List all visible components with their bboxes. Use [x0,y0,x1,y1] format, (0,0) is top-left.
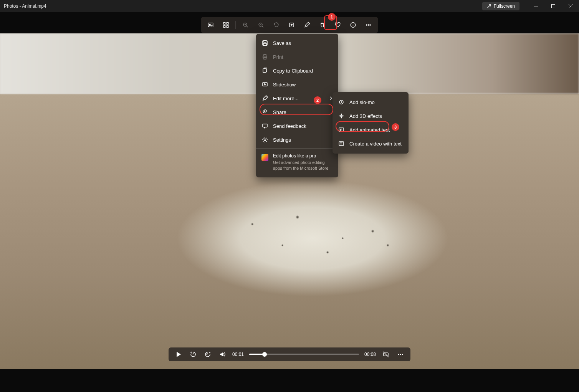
more-icon [365,22,372,28]
skip-fwd-label: 30 [205,353,208,356]
draw-button[interactable] [300,18,314,31]
view-photo-button[interactable] [203,18,218,31]
more-button[interactable] [361,18,376,31]
image-icon [207,22,214,28]
annotation-badge-3: 3 [392,123,399,131]
close-icon [569,4,572,8]
svg-point-30 [402,354,403,355]
svg-rect-19 [264,58,266,59]
svg-rect-26 [339,142,344,146]
volume-button[interactable] [218,350,227,359]
gear-icon [261,136,268,143]
svg-rect-3 [223,23,225,25]
copy-icon [261,67,268,74]
annotation-badge-2: 2 [314,96,321,104]
menu-copy[interactable]: Copy to Clipboard [256,64,338,78]
info-button[interactable] [346,18,361,31]
menu-label: Send feedback [273,123,306,129]
zoom-out-icon [258,22,265,28]
fullscreen-button[interactable]: Fullscreen [482,2,519,10]
svg-rect-0 [551,5,555,8]
video-text-icon [338,140,345,147]
export-icon [288,22,295,28]
submenu-video-text[interactable]: Create a video with text [333,137,409,151]
top-toolbar [201,17,378,33]
menu-label: Slideshow [273,82,296,88]
zoom-in-button[interactable] [238,18,253,31]
heart-icon [334,22,341,28]
submenu-slomo[interactable]: Add slo-mo [333,95,409,109]
skip-fwd-button[interactable]: 30 [203,350,212,359]
menu-edit-more[interactable]: Edit more... [256,91,338,105]
slomo-icon [338,99,345,106]
promo-subtitle: Get advanced photo editing apps from the… [273,160,333,171]
edit-icon [261,95,268,102]
loop-button[interactable] [381,350,390,359]
edit-submenu: Add slo-mo Add 3D effects Add animated t… [333,92,409,154]
svg-rect-18 [264,55,266,56]
rotate-icon [273,22,280,28]
video-controls: 10 30 00:01 00:08 [169,347,410,361]
menu-settings[interactable]: Settings [256,133,338,147]
progress-thumb[interactable] [262,352,267,357]
svg-point-13 [370,25,371,25]
info-icon [350,22,357,28]
fullscreen-label: Fullscreen [494,3,515,9]
menu-label: Add 3D effects [349,113,382,119]
menu-save-as[interactable]: Save as [256,36,338,50]
svg-rect-4 [227,23,228,25]
trash-icon [319,22,326,28]
submenu-3d-effects[interactable]: Add 3D effects [333,109,409,123]
svg-point-23 [264,139,266,141]
context-menu: Save as Print Copy to Clipboard Slidesho… [256,34,338,177]
menu-label: Copy to Clipboard [273,68,313,74]
svg-rect-5 [223,26,225,28]
filmstrip-button[interactable] [219,18,233,31]
delete-button[interactable] [315,18,330,31]
menu-label: Add animated text [349,127,390,133]
zoom-in-icon [242,22,249,28]
progress-bar[interactable] [249,354,359,355]
text-anim-icon [338,126,345,133]
minimize-icon [534,4,538,8]
promo-title: Edit photos like a pro [273,153,333,159]
menu-label: Settings [273,137,291,143]
titlebar: Photos - Animal.mp4 Fullscreen [0,0,579,12]
svg-point-12 [368,25,369,25]
save-icon [261,40,268,46]
svg-rect-6 [227,26,228,28]
feedback-icon [261,122,268,129]
svg-rect-16 [263,43,266,45]
close-button[interactable] [562,0,579,12]
minimize-button[interactable] [527,0,544,12]
fullscreen-icon [487,4,491,8]
share-icon [261,109,268,116]
menu-slideshow[interactable]: Slideshow [256,78,338,91]
menu-separator [256,148,338,149]
svg-rect-20 [263,69,266,73]
window-title: Photos - Animal.mp4 [4,3,46,9]
maximize-button[interactable] [544,0,562,12]
skip-back-button[interactable]: 10 [189,350,198,359]
export-button[interactable] [285,18,299,31]
more-icon [397,351,404,358]
maximize-icon [551,4,555,8]
menu-label: Edit more... [273,96,298,101]
video-more-button[interactable] [396,350,405,359]
menu-promo[interactable]: Edit photos like a pro Get advanced phot… [256,150,338,175]
rotate-button[interactable] [269,18,284,31]
svg-rect-15 [264,41,266,42]
annotation-badge-1: 1 [328,13,336,21]
skip-back-label: 10 [191,353,194,356]
menu-label: Add slo-mo [349,99,375,105]
menu-print: Print [256,50,338,64]
time-current: 00:01 [232,352,244,357]
menu-feedback[interactable]: Send feedback [256,119,338,133]
time-total: 00:08 [364,352,376,357]
zoom-out-button[interactable] [254,18,268,31]
svg-point-28 [398,354,399,355]
play-button[interactable] [174,350,183,359]
menu-share[interactable]: Share [256,105,338,119]
content-area: 1 2 3 Save as Print Copy to Clipboard Sl… [0,12,579,392]
store-icon [261,154,268,161]
